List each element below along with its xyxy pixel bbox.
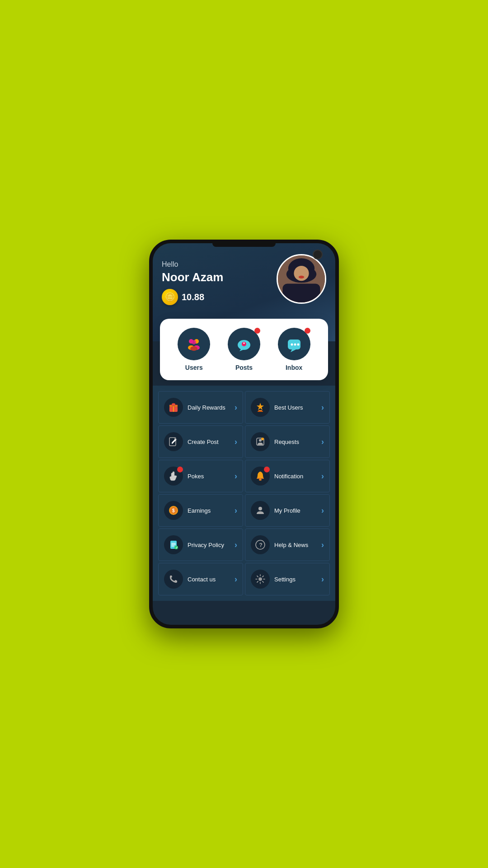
- menu-item-settings[interactable]: Settings ›: [245, 563, 330, 595]
- notification-icon-circle: [251, 467, 270, 486]
- inbox-label: Inbox: [286, 364, 302, 371]
- svg-point-6: [299, 276, 304, 278]
- svg-rect-42: [171, 543, 176, 544]
- svg-point-9: [192, 340, 196, 344]
- my-profile-icon: [255, 505, 266, 516]
- earnings-icon-circle: $: [164, 501, 183, 520]
- earnings-icon: $: [168, 505, 179, 516]
- settings-arrow: ›: [321, 575, 324, 584]
- svg-point-32: [259, 439, 262, 442]
- svg-point-50: [259, 578, 261, 580]
- help-news-label: Help & News: [274, 542, 317, 548]
- best-users-icon-circle: [251, 398, 270, 417]
- inbox-icon-circle: [278, 328, 310, 360]
- daily-rewards-icon: [168, 402, 179, 413]
- svg-text:!: !: [262, 439, 263, 441]
- earnings-label: Earnings: [188, 507, 230, 514]
- contact-us-label: Contact us: [188, 576, 230, 583]
- svg-point-5: [294, 266, 309, 281]
- pokes-arrow: ›: [235, 472, 237, 481]
- settings-icon: [255, 574, 266, 585]
- svg-text:?: ?: [259, 542, 263, 548]
- privacy-policy-arrow: ›: [235, 540, 237, 550]
- users-icon: [186, 336, 202, 352]
- phone-notch: [212, 243, 276, 247]
- svg-point-19: [297, 344, 299, 346]
- settings-icon-circle: [251, 570, 270, 589]
- coin-icon: 🪙: [162, 289, 178, 305]
- privacy-policy-icon-circle: ✓: [164, 535, 183, 554]
- requests-label: Requests: [274, 439, 317, 445]
- svg-rect-28: [258, 411, 263, 412]
- contact-us-icon: [168, 574, 179, 585]
- best-users-icon: [255, 402, 266, 413]
- inbox-icon: [286, 336, 302, 352]
- svg-rect-35: [257, 478, 264, 479]
- menu-item-privacy-policy[interactable]: ✓ Privacy Policy ›: [158, 528, 243, 561]
- svg-point-25: [172, 403, 175, 406]
- requests-icon-circle: !: [251, 432, 270, 451]
- menu-grid: Daily Rewards › Best Users ›: [153, 386, 335, 601]
- create-post-icon: [168, 436, 179, 447]
- my-profile-label: My Profile: [274, 507, 317, 514]
- quick-actions-card: Users Posts: [160, 319, 328, 380]
- phone-frame: Hello Noor Azam 🪙 10.88: [149, 240, 339, 628]
- coins-value: 10.88: [182, 292, 204, 302]
- svg-point-36: [259, 479, 262, 481]
- daily-rewards-icon-circle: [164, 398, 183, 417]
- menu-item-create-post[interactable]: Create Post ›: [158, 425, 243, 458]
- posts-icon: [236, 336, 252, 352]
- notification-label: Notification: [274, 473, 317, 480]
- privacy-policy-icon: ✓: [168, 539, 179, 550]
- privacy-policy-label: Privacy Policy: [188, 542, 230, 548]
- daily-rewards-label: Daily Rewards: [188, 404, 230, 411]
- my-profile-icon-circle: [251, 501, 270, 520]
- create-post-icon-circle: [164, 432, 183, 451]
- contact-us-arrow: ›: [235, 575, 237, 584]
- phone-content: Hello Noor Azam 🪙 10.88: [153, 243, 335, 625]
- settings-label: Settings: [274, 576, 317, 583]
- notification-arrow: ›: [321, 472, 324, 481]
- help-news-arrow: ›: [321, 540, 324, 550]
- camera-hole: [313, 250, 323, 259]
- users-icon-circle: [178, 328, 210, 360]
- menu-item-pokes[interactable]: Pokes ›: [158, 460, 243, 492]
- menu-item-my-profile[interactable]: My Profile ›: [245, 494, 330, 527]
- quick-action-posts[interactable]: Posts: [228, 328, 260, 371]
- menu-item-help-news[interactable]: ? Help & News ›: [245, 528, 330, 561]
- menu-item-contact-us[interactable]: Contact us ›: [158, 563, 243, 595]
- quick-action-inbox[interactable]: Inbox: [278, 328, 310, 371]
- pokes-label: Pokes: [188, 473, 230, 480]
- best-users-arrow: ›: [321, 403, 324, 412]
- pokes-badge: [177, 467, 183, 472]
- help-news-icon: ?: [255, 539, 266, 550]
- requests-arrow: ›: [321, 437, 324, 447]
- daily-rewards-arrow: ›: [235, 403, 237, 412]
- help-news-icon-circle: ?: [251, 535, 270, 554]
- menu-item-best-users[interactable]: Best Users ›: [245, 391, 330, 424]
- create-post-arrow: ›: [235, 437, 237, 447]
- svg-text:✓: ✓: [175, 546, 178, 549]
- menu-item-notification[interactable]: Notification ›: [245, 460, 330, 492]
- create-post-label: Create Post: [188, 439, 230, 445]
- pokes-icon-circle: [164, 467, 183, 486]
- users-label: Users: [185, 364, 203, 371]
- menu-item-earnings[interactable]: $ Earnings ›: [158, 494, 243, 527]
- pokes-icon: [168, 471, 179, 481]
- avatar[interactable]: [277, 254, 326, 304]
- svg-point-18: [294, 344, 296, 346]
- svg-rect-44: [171, 546, 174, 547]
- svg-marker-26: [257, 403, 264, 410]
- svg-point-40: [258, 507, 262, 510]
- menu-item-requests[interactable]: ! Requests ›: [245, 425, 330, 458]
- notification-icon: [255, 471, 266, 481]
- contact-us-icon-circle: [164, 570, 183, 589]
- posts-badge: [254, 328, 260, 334]
- earnings-arrow: ›: [235, 506, 237, 515]
- quick-action-users[interactable]: Users: [178, 328, 210, 371]
- posts-label: Posts: [235, 364, 253, 371]
- menu-item-daily-rewards[interactable]: Daily Rewards ›: [158, 391, 243, 424]
- best-users-label: Best Users: [274, 404, 317, 411]
- svg-rect-43: [171, 544, 176, 545]
- svg-point-12: [190, 346, 197, 351]
